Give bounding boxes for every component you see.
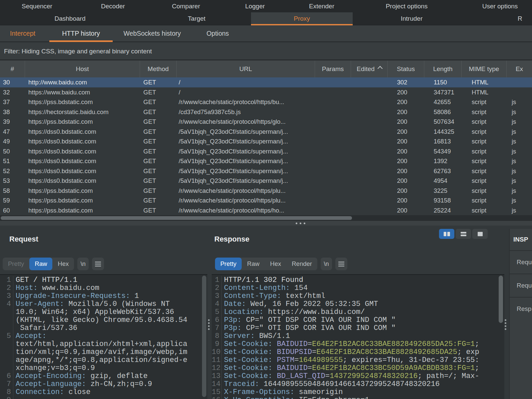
tab-target[interactable]: Target (160, 12, 233, 25)
column-header-edited[interactable]: Edited (351, 61, 388, 77)
editor-line: 7P3p: CP=" OTI DSP COR IVA OUR IND COM " (212, 324, 504, 332)
table-row[interactable]: 37https://pss.bdstatic.comGET/r/www/cach… (0, 97, 532, 107)
table-row[interactable]: 51https://dss0.bdstatic.comGET/5aV1bjqh_… (0, 156, 532, 166)
column-header-mime-type[interactable]: MIME type (462, 61, 507, 77)
tab-sequencer[interactable]: Sequencer (10, 0, 64, 12)
cell-7: 3225 (424, 186, 462, 196)
cell-4 (315, 87, 351, 97)
table-row[interactable]: 59https://pss.bdstatic.comGET/r/www/cach… (0, 195, 532, 206)
response-render-button[interactable]: Render (286, 258, 317, 270)
column-header-params[interactable]: Params (315, 61, 351, 77)
table-row[interactable]: 58https://pss.bdstatic.comGET/r/www/cach… (0, 186, 532, 196)
response-raw-button[interactable]: Raw (242, 258, 265, 270)
filter-bar[interactable]: Filter: Hiding CSS, image and general bi… (0, 43, 532, 60)
tab-extender[interactable]: Extender (295, 0, 348, 12)
request-hex-button[interactable]: Hex (52, 258, 74, 270)
cell-0: 60 (0, 206, 25, 216)
line-number: 13 (212, 372, 222, 380)
cell-3: /5aV1bjqh_Q23odCf/static/superman/j... (177, 136, 315, 146)
request-newline-toggle[interactable]: \n (77, 258, 89, 270)
table-row[interactable]: 53https://dss0.bdstatic.comGET/5aV1bjqh_… (0, 176, 532, 186)
tab-comparer[interactable]: Comparer (159, 0, 213, 12)
scrollbar-thumb[interactable] (1, 216, 352, 220)
burp-suite-window: Sequencer Decoder Comparer Logger Extend… (0, 0, 532, 399)
response-editor[interactable]: 1HTTP/1.1 302 Found2Content-Length: 1543… (212, 274, 504, 399)
cell-9 (507, 87, 532, 97)
table-row[interactable]: 49https://dss0.bdstatic.comGET/5aV1bjqh_… (0, 136, 532, 146)
request-editor[interactable]: 1GET / HTTP/1.12Host: www.baidu.com3Upgr… (0, 274, 207, 399)
tab-dashboard[interactable]: Dashboard (33, 12, 107, 25)
vertical-splitter-grip[interactable] (208, 319, 210, 330)
cell-6: 200 (388, 206, 424, 216)
cell-0: 50 (0, 146, 25, 156)
column-header-method[interactable]: Method (140, 61, 177, 77)
tab-decoder[interactable]: Decoder (86, 0, 140, 12)
request-menu-button[interactable] (92, 258, 104, 270)
column-header-host[interactable]: Host (25, 61, 140, 77)
tab-user-options[interactable]: User options (467, 0, 532, 12)
editor-line: 14Traceid: 16449895550484691466143729952… (212, 380, 504, 388)
tab-project-options[interactable]: Project options (373, 0, 440, 12)
table-row[interactable]: 60https://pss.bdstatic.comGET/r/www/cach… (0, 206, 532, 216)
response-pretty-button[interactable]: Pretty (215, 258, 242, 270)
column-header-length[interactable]: Length (424, 61, 462, 77)
inspector-item[interactable]: Requ (510, 274, 532, 297)
column-header-extension[interactable]: Ex (507, 61, 532, 77)
subtab-intercept[interactable]: Intercept (8, 25, 38, 42)
editor-line: 6Accept-Encoding: gzip, deflate (0, 372, 207, 380)
cell-8: script (462, 136, 507, 146)
column-header-status[interactable]: Status (388, 61, 424, 77)
inspector-item[interactable]: Requ (510, 250, 532, 274)
horizontal-splitter[interactable] (0, 221, 532, 226)
cell-7: 1392 (424, 156, 462, 166)
table-row[interactable]: 30http://www.baidu.comGET/3021150HTML (0, 77, 532, 87)
layout-single-button[interactable] (472, 229, 488, 239)
tab-intruder[interactable]: Intruder (373, 12, 450, 25)
cell-7: 62763 (424, 166, 462, 176)
tab-repeater-clipped[interactable]: R (518, 12, 531, 25)
request-pretty-button[interactable]: Pretty (3, 258, 29, 270)
column-header-number[interactable]: # (0, 61, 25, 77)
table-row[interactable]: 50https://dss0.bdstatic.comGET/5aV1bjqh_… (0, 146, 532, 156)
line-number: 4 (0, 300, 13, 308)
table-row[interactable]: 47https://dss0.bdstatic.comGET/5aV1bjqh_… (0, 127, 532, 137)
subtab-options[interactable]: Options (203, 25, 233, 42)
response-scrollbar-thumb[interactable] (499, 276, 503, 323)
editor-line: Safari/537.36 (0, 324, 207, 332)
line-number: 6 (212, 316, 222, 324)
cell-1: https://pss.bdstatic.com (25, 97, 140, 107)
cell-5 (351, 206, 388, 216)
table-row[interactable]: 52https://dss0.bdstatic.comGET/5aV1bjqh_… (0, 166, 532, 176)
response-hex-button[interactable]: Hex (265, 258, 286, 270)
inspector-splitter-grip[interactable] (505, 319, 506, 330)
table-row[interactable]: 39https://pss.bdstatic.comGET/r/www/cach… (0, 117, 532, 127)
layout-rows-button[interactable] (456, 229, 471, 239)
subtab-websockets-history[interactable]: WebSockets history (120, 25, 185, 42)
cell-5 (351, 146, 388, 156)
cell-6: 200 (388, 146, 424, 156)
message-editor-area: Request Response Pretty Raw Hex \n Prett… (0, 226, 532, 399)
cell-7: 1150 (424, 77, 462, 87)
subtab-http-history[interactable]: HTTP history (49, 25, 113, 42)
tab-logger[interactable]: Logger (228, 0, 282, 12)
layout-columns-button[interactable] (439, 229, 454, 239)
editor-line: age/apng,*/*;q=0.8,application/signed-e (0, 356, 207, 364)
line-number: 16 (212, 396, 222, 399)
request-raw-button[interactable]: Raw (29, 258, 52, 270)
table-row[interactable]: 38https://hectorstatic.baidu.comGET/cd37… (0, 107, 532, 117)
table-horizontal-scrollbar[interactable] (0, 215, 532, 221)
cell-3: /5aV1bjqh_Q23odCf/static/superman/j... (177, 127, 315, 137)
line-number (0, 348, 13, 356)
inspector-item[interactable]: Resp (510, 297, 532, 320)
tab-proxy[interactable]: Proxy (251, 12, 353, 25)
request-scrollbar-thumb[interactable] (202, 276, 206, 397)
column-header-url[interactable]: URL (177, 61, 315, 77)
proxy-subtabs: Intercept HTTP history WebSockets histor… (0, 25, 532, 42)
response-menu-button[interactable] (335, 258, 347, 270)
cell-9: js (507, 166, 532, 176)
table-row[interactable]: 32https://www.baidu.comGET/200347371HTML (0, 87, 532, 97)
editor-line: 4User-Agent: Mozilla/5.0 (Windows NT (0, 300, 207, 308)
response-newline-toggle[interactable]: \n (321, 258, 332, 270)
cell-8: script (462, 146, 507, 156)
cell-2: GET (140, 87, 177, 97)
